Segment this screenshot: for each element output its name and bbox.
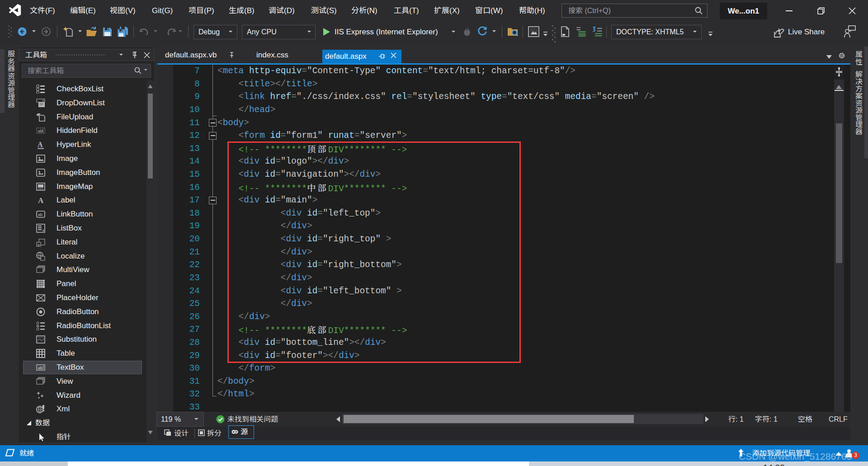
svg-text:ab: ab: [38, 366, 43, 370]
svg-text:a: a: [38, 242, 40, 246]
svg-text:ab: ab: [38, 212, 42, 217]
svg-text:A: A: [38, 141, 43, 148]
svg-text:ab: ab: [38, 129, 42, 133]
svg-text:A: A: [38, 196, 44, 205]
